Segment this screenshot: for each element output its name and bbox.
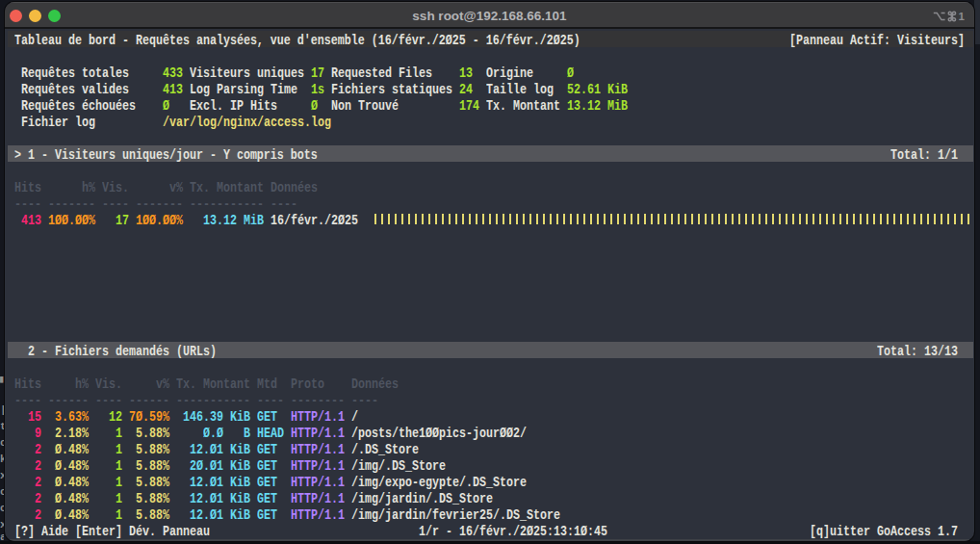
svg-text:1: 1 [959, 11, 966, 22]
